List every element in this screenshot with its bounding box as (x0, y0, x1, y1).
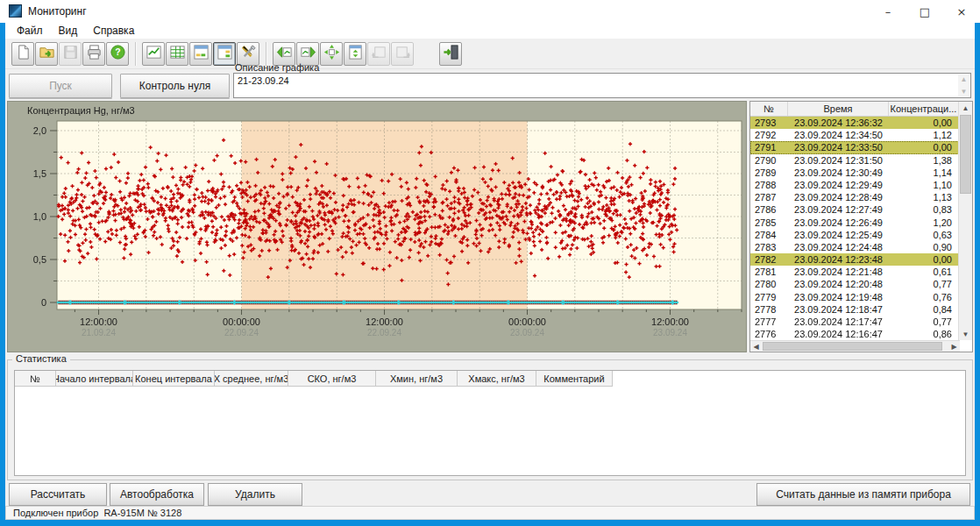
menu-file[interactable]: Файл (9, 24, 51, 38)
readings-vertical-scrollbar[interactable]: ▲ ▼ (958, 102, 972, 340)
table-row[interactable]: 278423.09.2024 12:25:490,63 (750, 229, 959, 241)
description-scrollbar[interactable]: ▲ ▼ (958, 75, 969, 96)
start-button[interactable]: Пуск (9, 74, 112, 98)
exit-button[interactable] (439, 42, 462, 66)
reading-number: 2779 (750, 291, 788, 303)
next-view-button[interactable] (391, 42, 414, 66)
statistics-table: №Начало интервалаКонец интервалаХ средне… (14, 370, 966, 476)
window-controls: – □ × (870, 0, 980, 23)
scroll-up-icon[interactable]: ▲ (959, 102, 972, 114)
close-button[interactable]: × (943, 0, 980, 23)
reading-time: 23.09.2024 12:36:32 (788, 117, 889, 129)
help-button[interactable]: ? (106, 42, 129, 66)
maximize-button[interactable]: □ (906, 0, 943, 23)
scrollbar-thumb[interactable] (763, 342, 942, 351)
reading-number: 2788 (750, 179, 788, 191)
x-axis-time-label: 00:00:00 (211, 316, 273, 327)
reading-time: 23.09.2024 12:17:47 (788, 316, 889, 328)
table-row[interactable]: 278223.09.2024 12:23:480,00 (750, 253, 959, 266)
y-axis-tick-label: 0 (15, 297, 46, 308)
scroll-left-icon[interactable]: ◀ (750, 341, 762, 352)
table-row[interactable]: 277923.09.2024 12:19:480,76 (750, 291, 959, 303)
view-split-bottom-button[interactable] (189, 42, 212, 66)
reading-concentration: 1,12 (889, 129, 959, 141)
scroll-down-icon[interactable]: ▼ (959, 328, 972, 340)
x-axis-time-label: 12:00:00 (640, 316, 701, 327)
delete-button[interactable]: Удалить (208, 483, 302, 506)
svg-text:?: ? (115, 47, 120, 57)
save-button[interactable] (59, 42, 82, 66)
view-split-right-button[interactable] (213, 42, 236, 66)
y-axis-tick-label: 1,0 (15, 211, 46, 222)
statistics-table-header: №Начало интервалаКонец интервалаХ средне… (15, 371, 613, 387)
reading-time: 23.09.2024 12:23:48 (788, 253, 889, 266)
view-table-button[interactable] (166, 42, 188, 66)
fit-all-button[interactable] (320, 42, 343, 66)
scroll-up-icon[interactable]: ▲ (961, 76, 968, 82)
prev-view-button[interactable] (367, 42, 390, 66)
reading-concentration: 0,77 (889, 278, 959, 290)
menu-view[interactable]: Вид (51, 24, 86, 38)
reading-number: 2780 (750, 278, 788, 290)
statusbar: Подключен прибор RA-915M № 3128 (5, 506, 975, 520)
menu-help[interactable]: Справка (85, 24, 142, 38)
table-row[interactable]: 279023.09.2024 12:31:501,38 (750, 154, 959, 167)
tools-icon (240, 44, 257, 63)
reading-concentration: 0,00 (889, 117, 959, 129)
x-axis-date-label: 21.09.24 (68, 328, 130, 338)
minimize-button[interactable]: – (870, 0, 906, 23)
calculate-button[interactable]: Рассчитать (9, 483, 107, 506)
concentration-chart[interactable] (8, 102, 748, 353)
table-row[interactable]: 277623.09.2024 12:16:470,86 (750, 328, 959, 340)
scroll-down-icon[interactable]: ▼ (961, 89, 968, 95)
view-chart-button[interactable] (142, 42, 165, 66)
desktop-background (0, 23, 5, 520)
toolbar-separator (135, 42, 137, 66)
zero-control-button[interactable]: Контроль нуля (120, 74, 230, 98)
y-axis-tick-label: 0,5 (15, 254, 46, 265)
app-window: Мониторинг – □ × ФайлВидСправка ? Пуск К… (0, 0, 980, 526)
exit-icon (443, 44, 459, 63)
reading-concentration: 0,61 (889, 266, 959, 278)
table-row[interactable]: 279123.09.2024 12:33:500,00 (750, 141, 959, 153)
table-row[interactable]: 279223.09.2024 12:34:501,12 (750, 129, 959, 141)
scrollbar-thumb[interactable] (960, 115, 971, 194)
prev-view-icon (371, 44, 387, 63)
help-icon: ? (110, 44, 126, 63)
scroll-right-icon[interactable]: ▶ (948, 341, 960, 352)
table-row[interactable]: 278823.09.2024 12:29:491,10 (750, 179, 959, 191)
new-file-button[interactable] (11, 42, 34, 66)
reading-concentration: 1,13 (889, 191, 959, 203)
table-row[interactable]: 278623.09.2024 12:27:490,83 (750, 203, 959, 216)
readings-column-header: Время (788, 102, 889, 116)
table-row[interactable]: 278723.09.2024 12:28:491,13 (750, 191, 959, 203)
table-row[interactable]: 278023.09.2024 12:20:480,77 (750, 278, 959, 290)
desktop-background (0, 520, 980, 526)
fit-vertical-icon (347, 44, 364, 63)
x-axis-date-label: 23.09.24 (497, 328, 558, 338)
reading-concentration: 0,00 (889, 253, 959, 266)
description-input[interactable]: 21-23.09.24 ▲ ▼ (233, 73, 971, 98)
x-axis-time-label: 00:00:00 (497, 316, 558, 327)
autoprocess-button[interactable]: Автообработка (110, 483, 204, 506)
readings-table: №ВремяКонцентраци... 279323.09.2024 12:3… (749, 101, 973, 352)
table-row[interactable]: 278523.09.2024 12:26:491,20 (750, 217, 959, 229)
reading-concentration: 1,10 (889, 179, 959, 191)
table-row[interactable]: 277823.09.2024 12:18:470,84 (750, 303, 959, 316)
table-row[interactable]: 279323.09.2024 12:36:320,00 (750, 117, 959, 129)
window-title: Мониторинг (28, 5, 87, 18)
reading-concentration: 0,86 (889, 328, 959, 340)
new-document-icon (15, 44, 32, 63)
table-row[interactable]: 278123.09.2024 12:21:480,61 (750, 266, 959, 278)
readings-horizontal-scrollbar[interactable]: ◀ ▶ (750, 340, 960, 352)
print-button[interactable] (82, 42, 105, 66)
reading-concentration: 1,38 (889, 154, 959, 167)
fit-vertical-button[interactable] (344, 42, 366, 66)
reading-number: 2792 (750, 129, 788, 141)
open-file-button[interactable] (35, 42, 58, 66)
reading-number: 2790 (750, 154, 788, 167)
table-row[interactable]: 278323.09.2024 12:24:480,90 (750, 241, 959, 253)
table-row[interactable]: 277723.09.2024 12:17:470,77 (750, 316, 959, 328)
read-device-memory-button[interactable]: Считать данные из памяти прибора (756, 483, 970, 506)
table-row[interactable]: 278923.09.2024 12:30:491,14 (750, 167, 959, 179)
